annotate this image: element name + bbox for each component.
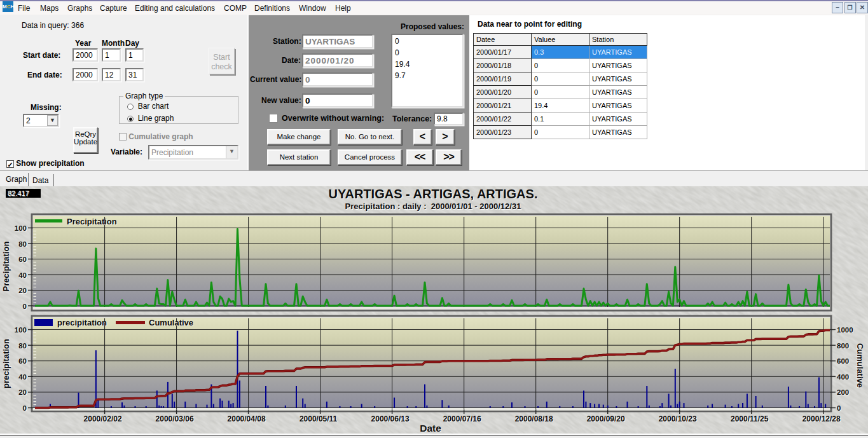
svg-text:precipitation: precipitation bbox=[57, 318, 107, 327]
svg-text:100: 100 bbox=[15, 224, 27, 232]
svg-text:100: 100 bbox=[15, 326, 27, 334]
svg-text:2000/09/20: 2000/09/20 bbox=[587, 414, 625, 423]
svg-text:UYARTIGAS - ARTIGAS, ARTIGAS.: UYARTIGAS - ARTIGAS, ARTIGAS. bbox=[329, 187, 538, 201]
svg-text:2000/11/25: 2000/11/25 bbox=[731, 414, 769, 423]
svg-text:80: 80 bbox=[18, 342, 27, 350]
svg-text:2000/04/08: 2000/04/08 bbox=[228, 414, 266, 423]
svg-text:200: 200 bbox=[837, 388, 849, 396]
svg-text:2000/12/28: 2000/12/28 bbox=[803, 414, 841, 423]
svg-text:2000/06/13: 2000/06/13 bbox=[371, 414, 410, 423]
svg-text:80: 80 bbox=[18, 240, 27, 248]
svg-text:precipitation: precipitation bbox=[1, 339, 11, 388]
svg-text:2000/03/06: 2000/03/06 bbox=[156, 414, 194, 423]
svg-text:2000/05/11: 2000/05/11 bbox=[300, 414, 338, 423]
svg-text:Date: Date bbox=[420, 423, 441, 434]
svg-text:800: 800 bbox=[837, 342, 849, 350]
svg-text:2000/07/16: 2000/07/16 bbox=[443, 414, 481, 423]
svg-text:1000: 1000 bbox=[837, 326, 853, 334]
svg-text:0: 0 bbox=[23, 303, 27, 310]
svg-text:20: 20 bbox=[18, 287, 27, 294]
svg-text:Cumulative: Cumulative bbox=[149, 318, 193, 327]
svg-text:40: 40 bbox=[18, 373, 27, 381]
svg-text:2000/08/18: 2000/08/18 bbox=[515, 414, 553, 423]
svg-text:60: 60 bbox=[18, 357, 27, 365]
svg-text:2000/02/02: 2000/02/02 bbox=[84, 414, 122, 423]
svg-text:82.417: 82.417 bbox=[8, 189, 29, 197]
svg-text:400: 400 bbox=[837, 373, 849, 381]
svg-text:2000/10/23: 2000/10/23 bbox=[659, 414, 697, 423]
svg-text:Precipitation : daily : 2000/: Precipitation : daily : 2000/01/01 - 200… bbox=[345, 202, 521, 211]
svg-text:0: 0 bbox=[23, 404, 27, 412]
svg-text:Precipitation: Precipitation bbox=[67, 217, 117, 226]
svg-text:60: 60 bbox=[18, 256, 27, 263]
svg-text:Precipitation: Precipitation bbox=[1, 242, 11, 292]
svg-text:40: 40 bbox=[18, 271, 27, 279]
svg-text:600: 600 bbox=[837, 357, 849, 365]
svg-text:Cumulative: Cumulative bbox=[855, 343, 865, 388]
svg-text:0: 0 bbox=[837, 404, 841, 412]
svg-text:20: 20 bbox=[18, 388, 27, 396]
